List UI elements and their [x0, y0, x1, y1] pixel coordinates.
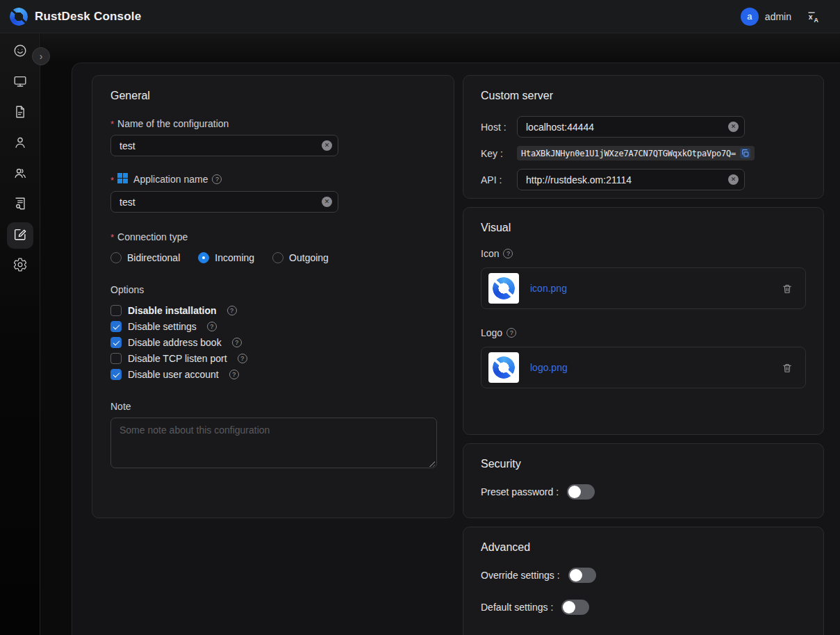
advanced-card: Advanced Override settings : Default set… — [463, 527, 824, 635]
radio-circle-icon — [198, 252, 209, 263]
custom-server-card: Custom server Host : ✕ Key : HtaXBkJNHyn… — [463, 75, 824, 199]
application-name-label: Application name — [133, 174, 208, 185]
api-field: ✕ — [517, 169, 745, 190]
gear-icon — [13, 257, 28, 275]
icon-label-row: Icon ? — [481, 248, 806, 259]
svg-text:x: x — [809, 13, 813, 20]
avatar: a — [741, 8, 759, 26]
host-input[interactable] — [517, 116, 745, 138]
trash-icon[interactable] — [782, 362, 793, 374]
sidebar — [0, 33, 40, 635]
connection-type-label-row: * Connection type — [110, 231, 436, 242]
override-settings-label: Override settings : — [481, 570, 560, 581]
security-card: Security Preset password : — [463, 443, 824, 518]
default-settings-toggle[interactable] — [561, 600, 589, 615]
smiley-icon — [13, 43, 28, 61]
toggle-knob — [570, 569, 582, 582]
sidebar-item-custom-client[interactable] — [7, 222, 33, 249]
app-title: RustDesk Console — [35, 10, 141, 24]
toggle-knob — [568, 486, 581, 498]
logo-label: Logo — [481, 327, 502, 338]
icon-file-link[interactable]: icon.png — [530, 283, 567, 294]
help-icon[interactable]: ? — [207, 322, 217, 331]
checkbox-icon — [110, 337, 122, 348]
language-translate-icon[interactable]: x A — [807, 10, 821, 24]
help-icon[interactable]: ? — [227, 306, 237, 315]
monitor-icon — [13, 74, 28, 92]
connection-type-group: Bidirectional Incoming Outgoing — [110, 252, 436, 263]
required-icon: * — [110, 175, 114, 185]
default-settings-label: Default settings : — [481, 602, 553, 613]
sidebar-item-dashboard[interactable] — [7, 39, 33, 65]
clear-icon[interactable]: ✕ — [728, 122, 739, 132]
document-icon — [13, 104, 28, 122]
host-field: ✕ — [517, 116, 745, 138]
checkbox-disable-tcp-listen-port[interactable]: Disable TCP listen port ? — [110, 353, 436, 364]
clear-icon[interactable]: ✕ — [322, 197, 332, 207]
sidebar-item-settings[interactable] — [7, 253, 33, 279]
radio-incoming[interactable]: Incoming — [198, 252, 254, 263]
logo-file-row: logo.png — [481, 347, 806, 388]
rustdesk-logo-icon — [10, 8, 28, 26]
svg-text:A: A — [814, 16, 818, 23]
clear-icon[interactable]: ✕ — [322, 140, 332, 151]
options-list: Disable installation ? Disable settings … — [110, 305, 436, 380]
application-name-input[interactable] — [110, 191, 338, 213]
note-textarea[interactable] — [110, 418, 437, 468]
sidebar-item-users[interactable] — [7, 131, 33, 157]
user-menu[interactable]: a admin — [741, 8, 791, 26]
chevron-right-icon: › — [40, 51, 43, 61]
radio-bidirectional[interactable]: Bidirectional — [110, 252, 180, 263]
key-label: Key : — [481, 148, 517, 159]
default-settings-row: Default settings : — [481, 600, 806, 615]
general-title: General — [110, 90, 436, 102]
required-icon: * — [110, 119, 114, 129]
security-title: Security — [481, 458, 806, 470]
preset-password-label: Preset password : — [481, 486, 559, 497]
override-settings-toggle[interactable] — [568, 568, 596, 583]
required-icon: * — [110, 232, 114, 242]
clear-icon[interactable]: ✕ — [728, 174, 739, 185]
checkbox-icon — [110, 305, 122, 316]
help-icon[interactable]: ? — [229, 370, 239, 379]
checkbox-disable-user-account[interactable]: Disable user account ? — [110, 369, 436, 380]
copy-icon[interactable] — [740, 148, 750, 158]
help-icon[interactable]: ? — [232, 338, 242, 347]
checkbox-disable-installation[interactable]: Disable installation ? — [110, 305, 436, 316]
sidebar-expand-button[interactable]: › — [32, 47, 50, 65]
sidebar-item-documents[interactable] — [7, 100, 33, 126]
trash-icon[interactable] — [782, 283, 793, 295]
user-icon — [13, 135, 28, 153]
icon-label: Icon — [481, 248, 499, 259]
checkbox-icon — [110, 321, 122, 332]
help-icon[interactable]: ? — [212, 174, 222, 184]
topbar: RustDesk Console a admin x A — [0, 0, 840, 33]
key-row: Key : HtaXBkJNHyn0e1U1jWXze7A7CN7QTGWqxk… — [481, 146, 806, 160]
users-icon — [13, 165, 28, 183]
logo-file-link[interactable]: logo.png — [530, 362, 568, 373]
icon-file-row: icon.png — [481, 267, 806, 309]
api-row: API : ✕ — [481, 169, 806, 190]
help-icon[interactable]: ? — [507, 328, 516, 338]
checkbox-icon — [110, 353, 122, 364]
preset-password-toggle[interactable] — [567, 484, 595, 500]
checkbox-disable-settings[interactable]: Disable settings ? — [110, 321, 436, 332]
document-search-icon — [13, 196, 28, 214]
config-name-label-row: * Name of the configuration — [110, 117, 436, 129]
checkbox-disable-address-book[interactable]: Disable address book ? — [110, 337, 436, 348]
config-name-input[interactable] — [110, 135, 338, 156]
sidebar-item-groups[interactable] — [7, 161, 33, 188]
general-card: General * Name of the configuration ✕ * … — [92, 75, 454, 518]
edit-icon — [13, 226, 28, 245]
host-row: Host : ✕ — [481, 116, 806, 138]
sidebar-item-audit[interactable] — [7, 192, 33, 218]
sidebar-item-devices[interactable] — [7, 69, 33, 96]
radio-outgoing[interactable]: Outgoing — [272, 252, 329, 263]
logo-label-row: Logo ? — [481, 327, 806, 338]
help-icon[interactable]: ? — [503, 249, 513, 258]
resize-handle-icon[interactable] — [429, 461, 435, 467]
windows-logo-icon — [117, 173, 128, 185]
api-input[interactable] — [517, 169, 745, 190]
help-icon[interactable]: ? — [238, 354, 247, 363]
config-name-label: Name of the configuration — [117, 118, 229, 129]
